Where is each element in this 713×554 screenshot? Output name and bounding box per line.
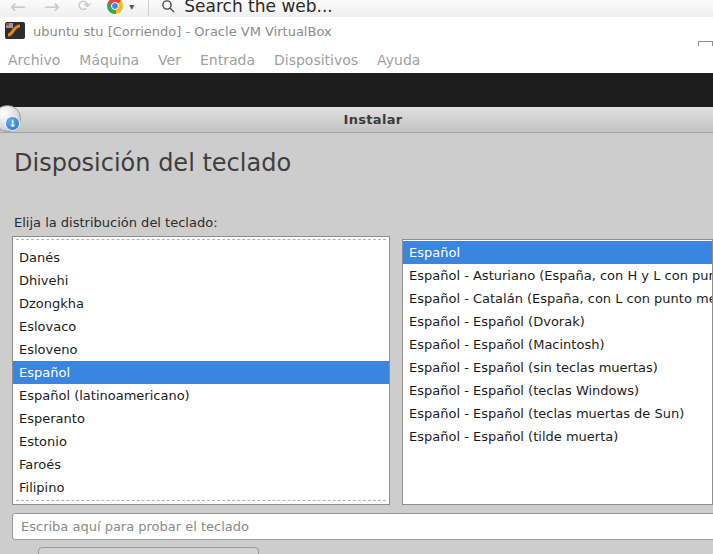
menu-item[interactable]: Ver <box>158 52 181 68</box>
virtualbox-vm-icon <box>5 22 25 39</box>
vm-window-titlebar: ubuntu stu [Corriendo] - Oracle VM Virtu… <box>0 17 713 46</box>
page-title: Disposición del teclado <box>14 149 291 177</box>
keyboard-variant-list[interactable]: EspañolEspañol - Asturiano (España, con … <box>402 239 713 505</box>
variant-list-item[interactable]: Español <box>403 241 712 264</box>
chrome-icon[interactable] <box>107 0 123 14</box>
installer-down-arrow-icon: ↓ <box>5 116 20 131</box>
keyboard-test-input[interactable] <box>12 513 713 540</box>
layout-list-item[interactable]: Dzongkha <box>13 292 389 315</box>
search-icon <box>161 0 176 14</box>
browser-search-bar: ← → ⟳ ▾ Search the web... <box>0 0 713 18</box>
installer-window-title: Instalar <box>344 112 403 127</box>
layout-list-item[interactable]: Esloveno <box>13 338 389 361</box>
chevron-down-icon[interactable]: ▾ <box>129 1 134 12</box>
reload-icon[interactable]: ⟳ <box>78 0 91 14</box>
menu-item[interactable]: Archivo <box>8 52 60 68</box>
layout-list-item[interactable]: Estonio <box>13 430 389 453</box>
variant-list-item[interactable]: Español - Español (tilde muerta) <box>403 425 712 448</box>
menu-item[interactable]: Entrada <box>200 52 255 68</box>
vm-menubar: ArchivoMáquinaVerEntradaDispositivosAyud… <box>0 46 713 73</box>
keyboard-layout-prompt: Elija la distribución del teclado: <box>14 215 218 230</box>
detect-keyboard-button-partial[interactable] <box>38 547 259 554</box>
layout-list-item[interactable]: Danés <box>13 246 389 269</box>
layout-list-item[interactable]: Dhivehi <box>13 269 389 292</box>
toolbar-divider <box>148 0 149 16</box>
menu-item[interactable]: Dispositivos <box>274 52 358 68</box>
variant-list-item[interactable]: Español - Español (teclas Windows) <box>403 379 712 402</box>
menu-item[interactable]: Máquina <box>79 52 139 68</box>
layout-list-item[interactable]: Eslovaco <box>13 315 389 338</box>
layout-list-item[interactable]: Faroés <box>13 453 389 476</box>
variant-list-item[interactable]: Español - Español (sin teclas muertas) <box>403 356 712 379</box>
layout-list-item[interactable]: Filipino <box>13 476 389 499</box>
vm-window-title: ubuntu stu [Corriendo] - Oracle VM Virtu… <box>33 24 332 39</box>
layout-list-item[interactable]: Español <box>13 361 389 384</box>
keyboard-layout-list[interactable]: DanésDhivehiDzongkhaEslovacoEslovenoEspa… <box>12 236 390 505</box>
guest-screen-black-area <box>0 73 713 107</box>
menu-item[interactable]: Ayuda <box>377 52 420 68</box>
search-input[interactable]: Search the web... <box>184 0 332 16</box>
browser-search-bar-inner: ← → ⟳ ▾ Search the web... <box>0 0 713 18</box>
layout-list-item[interactable]: Esperanto <box>13 407 389 430</box>
forward-icon[interactable]: → <box>44 0 60 16</box>
variant-list-item[interactable]: Español - Español (Dvorak) <box>403 310 712 333</box>
variant-list-item[interactable]: Español - Español (Macintosh) <box>403 333 712 356</box>
variant-list-item[interactable]: Español - Español (teclas muertas de Sun… <box>403 402 712 425</box>
back-icon[interactable]: ← <box>10 0 26 16</box>
layout-list-item[interactable]: Español (latinoamericano) <box>13 384 389 407</box>
variant-list-item[interactable]: Español - Asturiano (España, con H y L c… <box>403 264 712 287</box>
variant-list-item[interactable]: Español - Catalán (España, con L con pun… <box>403 287 712 310</box>
